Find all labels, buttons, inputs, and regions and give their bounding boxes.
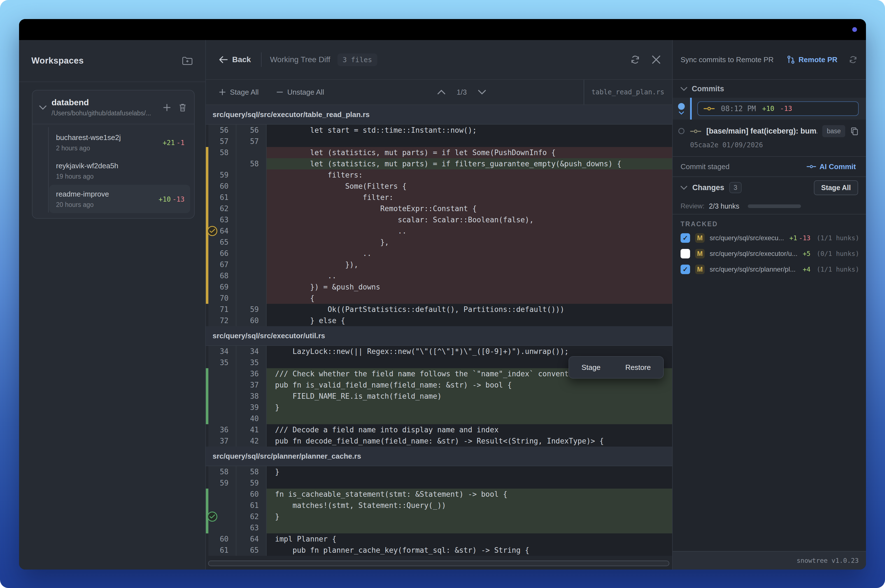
removed-count: -1	[177, 139, 184, 147]
delete-workspace-button[interactable]	[178, 103, 187, 112]
next-file-button[interactable]	[478, 90, 486, 94]
hunk-reviewed-check-icon[interactable]	[207, 226, 218, 236]
tracked-file-item[interactable]: ✓Msrc/query/sql/src/planner/pl...+4 (1/1…	[673, 261, 866, 277]
new-line-number: 41	[236, 424, 267, 435]
old-line-number	[208, 391, 236, 402]
old-line-number: 59	[208, 170, 236, 181]
file-path-header: src/query/sql/src/executor/table_read_pl…	[206, 105, 672, 124]
chevron-down-icon	[39, 105, 46, 110]
review-progress-row: Review: 2/3 hunks	[673, 198, 866, 214]
old-line-number: 58	[208, 466, 236, 477]
copy-icon	[850, 127, 859, 136]
popup-stage-button[interactable]: Stage	[580, 363, 602, 372]
hunk-bar	[206, 435, 208, 447]
code-text: LazyLock::new(|| Regex::new("\"([^\"]*)\…	[267, 346, 672, 357]
worktree-item[interactable]: readme-improve20 hours ago+10-13	[49, 185, 190, 213]
worktree-item[interactable]: bucharest-wse1se2j2 hours ago+21-1	[49, 128, 190, 156]
sync-panel: Sync commits to Remote PR Remote PR	[672, 40, 866, 570]
hunk-bar	[206, 413, 208, 424]
diff-row: 61 filter:	[206, 192, 672, 203]
diff-row: 59 filters:	[206, 170, 672, 181]
old-line-number: 69	[208, 281, 236, 292]
prev-file-button[interactable]	[438, 90, 445, 94]
back-button[interactable]: Back	[217, 55, 253, 64]
plus-icon	[219, 88, 226, 96]
code-text: /// Decode a field name into display nam…	[267, 424, 672, 435]
new-line-number	[236, 214, 267, 225]
sync-panel-header: Sync commits to Remote PR Remote PR	[673, 40, 866, 80]
file-checkbox[interactable]	[681, 249, 690, 258]
code-text: }) = &push_downs	[267, 281, 672, 292]
diff-row: 6064impl Planner {	[206, 533, 672, 544]
diff-row: 62 RemoteExpr::Constant {	[206, 203, 672, 214]
commit-row[interactable]: [base/main] feat(iceberg): bum... base	[673, 120, 866, 157]
old-line-number: 61	[208, 192, 236, 203]
commit-message: [base/main] feat(iceberg): bum...	[706, 127, 817, 135]
code-text: filter:	[267, 192, 672, 203]
diff-scroll-area: src/query/sql/src/executor/table_read_pl…	[206, 105, 672, 570]
hunk-bar	[206, 124, 208, 136]
draft-added: +10	[762, 105, 774, 112]
hunk-reviewed-check-icon[interactable]	[207, 512, 218, 522]
stage-all-button[interactable]: Stage All	[217, 88, 261, 97]
commit-message-input[interactable]: 08:12 PM +10 -13	[698, 101, 859, 116]
code-text: Some(Filters {	[267, 181, 672, 192]
tracked-file-item[interactable]: ✓Msrc/query/sql/src/execu...+1-13 (1/1 h…	[673, 230, 866, 246]
tracked-file-diffstat: +4 (1/1 hunks)	[802, 266, 859, 273]
unstage-all-button[interactable]: Unstage All	[274, 88, 326, 97]
review-value: 2/3 hunks	[709, 202, 739, 210]
close-button[interactable]	[651, 55, 661, 64]
old-line-number: 60	[208, 533, 236, 544]
popup-restore-button[interactable]: Restore	[624, 363, 652, 372]
workspace-path: /Users/bohu/github/datafuselabs/...	[51, 110, 163, 117]
removed-count: -13	[172, 195, 184, 203]
refresh-button[interactable]	[630, 55, 640, 64]
tracked-file-item[interactable]: Msrc/query/sql/src/executor/u...+5 (0/1 …	[673, 246, 866, 261]
draft-removed: -13	[780, 105, 792, 112]
copy-commit-button[interactable]	[850, 127, 859, 136]
remote-pr-button[interactable]: Remote PR	[785, 55, 839, 64]
new-line-number: 63	[236, 522, 267, 533]
old-line-number	[208, 158, 236, 170]
diff-row: 37pub fn is_valid_field_name(field_name:…	[206, 380, 672, 391]
hunk-bar	[206, 248, 208, 259]
code-text: filters:	[267, 170, 672, 181]
diff-row: 69 }) = &push_downs	[206, 281, 672, 292]
code-text	[267, 136, 672, 147]
changes-count-badge: 3	[729, 182, 742, 193]
divider	[261, 52, 262, 67]
workspace-card: databend /Users/bohu/github/datafuselabs…	[32, 90, 195, 219]
new-line-number	[236, 292, 267, 304]
window-status-dot	[852, 27, 857, 32]
worktree-item[interactable]: reykjavik-wf2dea5h19 hours ago	[49, 156, 190, 185]
new-line-number: 58	[236, 158, 267, 170]
new-line-number: 60	[236, 489, 267, 500]
added-count: +1	[789, 234, 797, 242]
changes-section-header[interactable]: Changes 3 Stage All	[673, 177, 866, 198]
old-line-number	[208, 368, 236, 380]
ai-commit-button[interactable]: AI Commit	[805, 162, 858, 171]
changes-stage-all-button[interactable]: Stage All	[814, 180, 858, 195]
draft-commit-row: 08:12 PM +10 -13	[673, 98, 866, 120]
code-text	[267, 413, 672, 424]
commits-section-header[interactable]: Commits	[673, 80, 866, 98]
hunk-bar	[206, 304, 208, 315]
old-line-number: 60	[208, 181, 236, 192]
hunk-actions-popup: Stage Restore	[568, 356, 664, 378]
file-checkbox[interactable]: ✓	[681, 233, 690, 243]
base-badge: base	[822, 125, 845, 137]
hunk-bar	[206, 424, 208, 435]
code-text: fn is_cacheable_statement(stmt: &Stateme…	[267, 489, 672, 500]
modified-badge: M	[695, 249, 705, 258]
add-worktree-button[interactable]	[163, 104, 171, 112]
current-commit-dot	[678, 103, 685, 110]
diff-row: 58 let (statistics, mut parts) = if filt…	[206, 158, 672, 170]
horizontal-scrollbar[interactable]	[208, 561, 669, 566]
workspace-card-header[interactable]: databend /Users/bohu/github/datafuselabs…	[33, 90, 194, 124]
old-line-number	[208, 413, 236, 424]
new-line-number: 36	[236, 368, 267, 380]
add-workspace-button[interactable]	[182, 56, 193, 66]
file-checkbox[interactable]: ✓	[681, 265, 690, 274]
sync-refresh-button[interactable]	[849, 55, 858, 64]
hunk-bar	[206, 281, 208, 292]
